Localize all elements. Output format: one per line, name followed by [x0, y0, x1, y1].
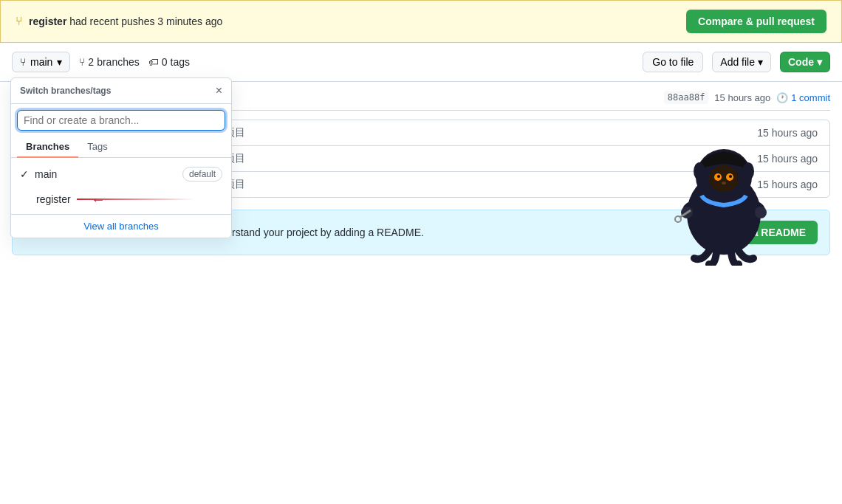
- branch-register-name: register: [20, 193, 71, 205]
- svg-point-2: [709, 165, 739, 192]
- svg-point-7: [722, 182, 726, 184]
- current-branch-label: main: [30, 56, 52, 68]
- fork-icon: ⑂: [79, 56, 85, 68]
- svg-point-15: [742, 162, 754, 180]
- tag-count-number: 0: [162, 56, 168, 68]
- branch-item-main-left: ✓ main: [20, 168, 57, 180]
- push-banner: ⑂ register had recent pushes 3 minutes a…: [0, 0, 842, 43]
- svg-point-6: [729, 175, 732, 178]
- code-button[interactable]: Code ▾: [780, 52, 830, 72]
- red-arrow-icon: ←: [91, 191, 106, 208]
- commit-count-link[interactable]: 🕐 1 commit: [776, 92, 830, 103]
- chevron-down-icon-code: ▾: [817, 56, 822, 68]
- svg-point-13: [675, 216, 681, 222]
- push-banner-message: register had recent pushes 3 minutes ago: [29, 15, 222, 27]
- tag-count-link[interactable]: 🏷 0 tags: [148, 56, 190, 68]
- branch-icon: ⑂: [16, 15, 23, 28]
- commit-hash: 88aa88f: [664, 91, 709, 104]
- svg-point-14: [694, 162, 705, 180]
- dropdown-tabs: Branches Tags: [11, 137, 231, 158]
- tab-tags[interactable]: Tags: [78, 137, 116, 158]
- commit-time: 15 hours ago: [714, 92, 770, 103]
- branch-search-input[interactable]: [17, 110, 225, 131]
- chevron-down-icon-addfile: ▾: [758, 56, 763, 68]
- branch-item-main[interactable]: ✓ main default: [11, 161, 231, 187]
- push-banner-text: ⑂ register had recent pushes 3 minutes a…: [16, 15, 222, 28]
- clock-icon: 🕐: [776, 92, 788, 103]
- branch-check-icon: ✓: [20, 168, 29, 180]
- tag-count-label: tags: [171, 56, 190, 68]
- octocat-illustration: [650, 118, 798, 280]
- branch-count-link[interactable]: ⑂ 2 branches: [79, 56, 139, 68]
- code-button-label: Code: [788, 56, 814, 68]
- dropdown-title: Switch branches/tags: [20, 86, 111, 96]
- tab-branches[interactable]: Branches: [17, 137, 78, 158]
- svg-point-11: [755, 207, 767, 218]
- svg-point-5: [717, 175, 720, 178]
- branch-dropdown: Switch branches/tags × Branches Tags ✓ m…: [10, 77, 232, 238]
- repo-toolbar: ⑂ main ▾ ⑂ 2 branches 🏷 0 tags Go to fil…: [0, 43, 842, 82]
- add-file-button[interactable]: Add file ▾: [712, 52, 771, 72]
- tag-icon: 🏷: [148, 56, 159, 68]
- dropdown-search-area: [11, 104, 231, 137]
- branch-item-register[interactable]: register ←: [11, 187, 231, 211]
- compare-pull-request-button[interactable]: Compare & pull request: [686, 10, 826, 33]
- branch-main-name: main: [35, 168, 57, 180]
- chevron-down-icon: ▾: [57, 56, 62, 68]
- branch-main-badge: default: [182, 167, 222, 182]
- commit-count: 1 commit: [791, 92, 830, 103]
- dropdown-header: Switch branches/tags ×: [11, 78, 231, 104]
- view-all-branches-link[interactable]: View all branches: [11, 214, 231, 238]
- goto-file-button[interactable]: Go to file: [643, 52, 703, 72]
- branch-list: ✓ main default register ←: [11, 158, 231, 214]
- branch-icon-toolbar: ⑂: [20, 56, 26, 68]
- octocat-svg: [650, 118, 798, 266]
- commit-time-text: 15 hours ago: [714, 92, 770, 103]
- branch-count-number: 2: [88, 56, 94, 68]
- add-file-label: Add file: [720, 56, 755, 68]
- branch-selector-button[interactable]: ⑂ main ▾: [12, 52, 70, 72]
- push-branch-name: register: [29, 15, 66, 27]
- branch-count-label: branches: [97, 56, 140, 68]
- dropdown-close-button[interactable]: ×: [216, 84, 222, 97]
